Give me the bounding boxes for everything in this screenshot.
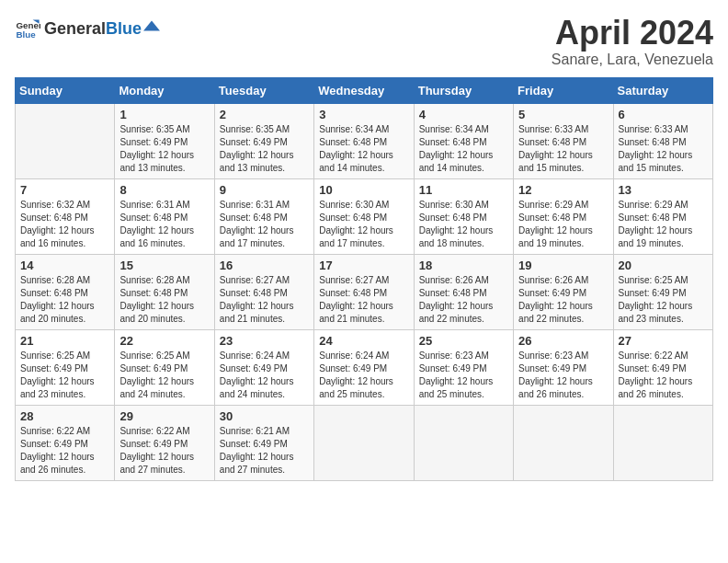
calendar-cell — [613, 405, 712, 480]
calendar-cell: 7Sunrise: 6:32 AMSunset: 6:48 PMDaylight… — [16, 178, 115, 254]
day-number: 25 — [419, 334, 508, 348]
day-info: Sunrise: 6:33 AMSunset: 6:48 PMDaylight:… — [518, 123, 608, 175]
calendar-cell: 18Sunrise: 6:26 AMSunset: 6:48 PMDayligh… — [414, 254, 513, 329]
calendar-cell — [16, 103, 115, 178]
day-info: Sunrise: 6:23 AMSunset: 6:49 PMDaylight:… — [419, 350, 508, 401]
day-header-wednesday: Wednesday — [314, 77, 414, 103]
day-number: 12 — [518, 183, 608, 197]
calendar-table: SundayMondayTuesdayWednesdayThursdayFrid… — [15, 77, 713, 481]
day-info: Sunrise: 6:26 AMSunset: 6:48 PMDaylight:… — [419, 274, 508, 326]
day-number: 30 — [220, 409, 309, 423]
day-number: 5 — [518, 108, 608, 121]
calendar-cell: 20Sunrise: 6:25 AMSunset: 6:49 PMDayligh… — [613, 254, 712, 329]
calendar-cell: 9Sunrise: 6:31 AMSunset: 6:48 PMDaylight… — [214, 178, 313, 254]
calendar-cell: 12Sunrise: 6:29 AMSunset: 6:48 PMDayligh… — [514, 178, 613, 254]
day-header-saturday: Saturday — [613, 77, 712, 103]
calendar-cell: 25Sunrise: 6:23 AMSunset: 6:49 PMDayligh… — [414, 329, 513, 405]
week-row-4: 21Sunrise: 6:25 AMSunset: 6:49 PMDayligh… — [16, 329, 713, 405]
day-number: 11 — [419, 183, 508, 197]
calendar-cell: 19Sunrise: 6:26 AMSunset: 6:49 PMDayligh… — [514, 254, 613, 329]
calendar-cell: 29Sunrise: 6:22 AMSunset: 6:49 PMDayligh… — [115, 405, 214, 480]
day-number: 21 — [20, 334, 109, 348]
day-info: Sunrise: 6:29 AMSunset: 6:48 PMDaylight:… — [518, 199, 608, 250]
calendar-cell: 22Sunrise: 6:25 AMSunset: 6:49 PMDayligh… — [115, 329, 214, 405]
day-info: Sunrise: 6:32 AMSunset: 6:48 PMDaylight:… — [20, 199, 109, 250]
week-row-3: 14Sunrise: 6:28 AMSunset: 6:48 PMDayligh… — [16, 254, 713, 329]
logo-triangle-icon — [143, 17, 160, 34]
calendar-cell: 2Sunrise: 6:35 AMSunset: 6:49 PMDaylight… — [214, 103, 313, 178]
day-number: 27 — [619, 334, 708, 348]
location-title: Sanare, Lara, Venezuela — [552, 52, 713, 68]
day-info: Sunrise: 6:28 AMSunset: 6:48 PMDaylight:… — [20, 274, 109, 326]
day-header-thursday: Thursday — [414, 77, 513, 103]
calendar-cell: 24Sunrise: 6:24 AMSunset: 6:49 PMDayligh… — [314, 329, 414, 405]
title-block: April 2024 Sanare, Lara, Venezuela — [552, 15, 713, 68]
page-header: General Blue GeneralBlue April 2024 Sana… — [15, 15, 713, 68]
day-number: 13 — [619, 183, 708, 197]
calendar-cell: 4Sunrise: 6:34 AMSunset: 6:48 PMDaylight… — [414, 103, 513, 178]
day-info: Sunrise: 6:27 AMSunset: 6:48 PMDaylight:… — [319, 274, 408, 326]
day-header-monday: Monday — [115, 77, 214, 103]
calendar-cell: 10Sunrise: 6:30 AMSunset: 6:48 PMDayligh… — [314, 178, 414, 254]
day-number: 16 — [220, 259, 309, 272]
calendar-cell: 17Sunrise: 6:27 AMSunset: 6:48 PMDayligh… — [314, 254, 414, 329]
day-info: Sunrise: 6:22 AMSunset: 6:49 PMDaylight:… — [119, 425, 209, 477]
day-info: Sunrise: 6:34 AMSunset: 6:48 PMDaylight:… — [419, 123, 508, 175]
calendar-cell — [514, 405, 613, 480]
day-number: 28 — [20, 409, 109, 423]
day-info: Sunrise: 6:21 AMSunset: 6:49 PMDaylight:… — [220, 425, 309, 477]
day-info: Sunrise: 6:24 AMSunset: 6:49 PMDaylight:… — [319, 350, 408, 401]
week-row-2: 7Sunrise: 6:32 AMSunset: 6:48 PMDaylight… — [16, 178, 713, 254]
day-header-sunday: Sunday — [16, 77, 115, 103]
day-number: 9 — [220, 183, 309, 197]
logo-general: General — [44, 19, 106, 39]
day-info: Sunrise: 6:22 AMSunset: 6:49 PMDaylight:… — [20, 425, 109, 477]
logo-blue: Blue — [106, 19, 142, 39]
week-row-1: 1Sunrise: 6:35 AMSunset: 6:49 PMDaylight… — [16, 103, 713, 178]
day-info: Sunrise: 6:33 AMSunset: 6:48 PMDaylight:… — [619, 123, 708, 175]
day-info: Sunrise: 6:31 AMSunset: 6:48 PMDaylight:… — [220, 199, 309, 250]
day-number: 18 — [419, 259, 508, 272]
day-number: 8 — [119, 183, 209, 197]
calendar-cell: 16Sunrise: 6:27 AMSunset: 6:48 PMDayligh… — [214, 254, 313, 329]
day-number: 10 — [319, 183, 408, 197]
day-number: 2 — [220, 108, 309, 121]
logo-icon: General Blue — [15, 15, 40, 40]
day-header-tuesday: Tuesday — [214, 77, 313, 103]
calendar-cell: 15Sunrise: 6:28 AMSunset: 6:48 PMDayligh… — [115, 254, 214, 329]
day-number: 20 — [619, 259, 708, 272]
calendar-cell: 23Sunrise: 6:24 AMSunset: 6:49 PMDayligh… — [214, 329, 313, 405]
day-number: 15 — [119, 259, 209, 272]
day-info: Sunrise: 6:27 AMSunset: 6:48 PMDaylight:… — [220, 274, 309, 326]
day-number: 4 — [419, 108, 508, 121]
calendar-cell: 13Sunrise: 6:29 AMSunset: 6:48 PMDayligh… — [613, 178, 712, 254]
calendar-cell: 14Sunrise: 6:28 AMSunset: 6:48 PMDayligh… — [16, 254, 115, 329]
logo: General Blue GeneralBlue — [15, 15, 160, 40]
calendar-cell — [414, 405, 513, 480]
day-info: Sunrise: 6:24 AMSunset: 6:49 PMDaylight:… — [220, 350, 309, 401]
calendar-cell: 30Sunrise: 6:21 AMSunset: 6:49 PMDayligh… — [214, 405, 313, 480]
day-info: Sunrise: 6:30 AMSunset: 6:48 PMDaylight:… — [419, 199, 508, 250]
day-number: 29 — [119, 409, 209, 423]
day-info: Sunrise: 6:35 AMSunset: 6:49 PMDaylight:… — [119, 123, 209, 175]
day-info: Sunrise: 6:25 AMSunset: 6:49 PMDaylight:… — [619, 274, 708, 326]
day-info: Sunrise: 6:23 AMSunset: 6:49 PMDaylight:… — [518, 350, 608, 401]
calendar-cell: 1Sunrise: 6:35 AMSunset: 6:49 PMDaylight… — [115, 103, 214, 178]
day-info: Sunrise: 6:25 AMSunset: 6:49 PMDaylight:… — [119, 350, 209, 401]
calendar-cell: 28Sunrise: 6:22 AMSunset: 6:49 PMDayligh… — [16, 405, 115, 480]
day-number: 26 — [518, 334, 608, 348]
day-info: Sunrise: 6:35 AMSunset: 6:49 PMDaylight:… — [220, 123, 309, 175]
calendar-cell: 11Sunrise: 6:30 AMSunset: 6:48 PMDayligh… — [414, 178, 513, 254]
day-info: Sunrise: 6:29 AMSunset: 6:48 PMDaylight:… — [619, 199, 708, 250]
day-number: 6 — [619, 108, 708, 121]
week-row-5: 28Sunrise: 6:22 AMSunset: 6:49 PMDayligh… — [16, 405, 713, 480]
day-number: 17 — [319, 259, 408, 272]
day-info: Sunrise: 6:30 AMSunset: 6:48 PMDaylight:… — [319, 199, 408, 250]
calendar-cell: 27Sunrise: 6:22 AMSunset: 6:49 PMDayligh… — [613, 329, 712, 405]
day-info: Sunrise: 6:34 AMSunset: 6:48 PMDaylight:… — [319, 123, 408, 175]
day-number: 24 — [319, 334, 408, 348]
calendar-cell: 8Sunrise: 6:31 AMSunset: 6:48 PMDaylight… — [115, 178, 214, 254]
month-title: April 2024 — [552, 15, 713, 52]
day-number: 1 — [119, 108, 209, 121]
day-info: Sunrise: 6:26 AMSunset: 6:49 PMDaylight:… — [518, 274, 608, 326]
